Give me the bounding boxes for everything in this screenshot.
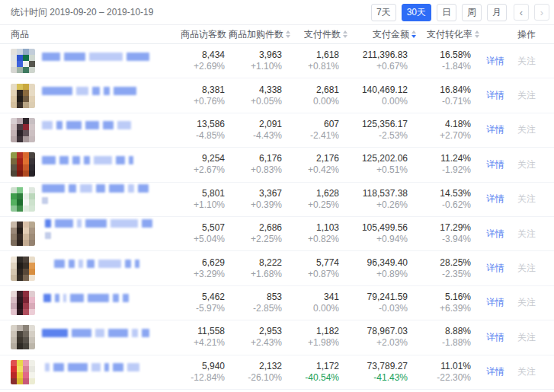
- actions-cell: 详情关注: [471, 365, 554, 378]
- follow-link[interactable]: 关注: [517, 55, 536, 68]
- detail-link[interactable]: 详情: [486, 331, 504, 344]
- range-button-1[interactable]: 30天: [402, 4, 431, 21]
- metric-cart-adds-cell: 3,963+1.10%: [225, 49, 282, 72]
- metric-delta: -0.62%: [408, 199, 471, 211]
- thumbnail-pixel: [11, 90, 17, 96]
- product-cell[interactable]: [0, 49, 171, 73]
- thumbnail-pixel: [17, 309, 23, 315]
- product-cell[interactable]: [0, 257, 171, 281]
- range-button-4[interactable]: 月: [487, 4, 507, 21]
- metric-delta: -2.53%: [339, 130, 408, 142]
- metric-value: 8,222: [225, 257, 282, 269]
- product-cell[interactable]: [0, 221, 171, 246]
- thumbnail-pixel: [23, 221, 29, 228]
- column-header-3[interactable]: 支付件数: [282, 28, 339, 41]
- column-header-2[interactable]: 商品加购件数: [225, 28, 282, 41]
- follow-link[interactable]: 关注: [517, 331, 536, 344]
- detail-link[interactable]: 详情: [486, 365, 504, 378]
- detail-link[interactable]: 详情: [486, 158, 504, 171]
- product-cell[interactable]: [0, 360, 171, 384]
- thumbnail-pixel: [11, 372, 17, 378]
- range-button-0[interactable]: 7天: [371, 4, 396, 21]
- metric-delta: +0.51%: [339, 164, 408, 176]
- product-cell[interactable]: [0, 291, 171, 315]
- name-blur-segment: [42, 53, 60, 61]
- metric-delta: +4.21%: [171, 337, 225, 349]
- product-thumbnail: [11, 221, 35, 246]
- metric-value: 2,681: [282, 84, 339, 96]
- column-header-0: 商品: [0, 28, 171, 41]
- metric-delta: +0.81%: [282, 61, 339, 72]
- follow-link[interactable]: 关注: [517, 365, 536, 378]
- follow-link[interactable]: 关注: [517, 296, 536, 309]
- thumbnail-pixel: [11, 378, 17, 384]
- thumbnail-pixel: [23, 291, 29, 297]
- metric-value: 140,469.12: [339, 84, 408, 96]
- range-button-3[interactable]: 周: [462, 4, 482, 21]
- thumbnail-pixel: [11, 193, 17, 199]
- table-header: 商品商品访客数商品加购件数支付件数支付金额支付转化率操作: [0, 25, 554, 44]
- name-blur-segment: [142, 329, 149, 337]
- range-button-2[interactable]: 日: [437, 4, 456, 21]
- name-blur-segment: [126, 53, 149, 61]
- thumbnail-pixel: [11, 234, 17, 240]
- detail-link[interactable]: 详情: [486, 193, 504, 206]
- detail-link[interactable]: 详情: [486, 228, 504, 241]
- name-blur-segment: [142, 219, 152, 228]
- metric-value: 2,953: [225, 326, 282, 337]
- product-name-redacted: [43, 294, 129, 302]
- follow-link[interactable]: 关注: [517, 228, 536, 241]
- column-header-4[interactable]: 支付金额: [339, 28, 408, 41]
- thumbnail-pixel: [11, 366, 17, 372]
- name-blur-segment: [129, 156, 133, 164]
- name-blur-segment: [85, 219, 107, 228]
- actions-cell: 详情关注: [471, 331, 554, 344]
- thumbnail-pixel: [11, 199, 17, 206]
- thumbnail-pixel: [11, 360, 17, 366]
- thumbnail-pixel: [23, 84, 29, 90]
- thumbnail-pixel: [11, 343, 17, 349]
- thumbnail-pixel: [23, 240, 29, 246]
- product-cell[interactable]: [0, 118, 171, 142]
- product-cell[interactable]: [0, 84, 171, 108]
- column-header-1[interactable]: 商品访客数: [171, 28, 225, 41]
- thumbnail-pixel: [29, 291, 35, 297]
- metric-pay-amount-cell: 78,967.03+2.03%: [339, 326, 408, 349]
- next-page-button[interactable]: ›: [534, 4, 549, 21]
- metric-value: 73,789.27: [339, 361, 408, 372]
- table-row: 9,254+2.67%6,176+0.83%2,176+0.42%125,202…: [0, 148, 554, 182]
- follow-link[interactable]: 关注: [517, 262, 536, 275]
- name-blur-segment: [45, 219, 51, 228]
- column-header-5[interactable]: 支付转化率: [408, 28, 471, 41]
- detail-link[interactable]: 详情: [486, 89, 504, 102]
- thumbnail-pixel: [23, 206, 29, 212]
- follow-link[interactable]: 关注: [517, 123, 536, 136]
- thumbnail-pixel: [17, 90, 23, 96]
- table-row: 8,434+2.69%3,963+1.10%1,618+0.81%211,396…: [0, 44, 554, 78]
- follow-link[interactable]: 关注: [517, 193, 536, 206]
- thumbnail-pixel: [17, 343, 23, 349]
- prev-page-button[interactable]: ‹: [514, 4, 529, 21]
- metric-visitors-cell: 9,254+2.67%: [171, 153, 225, 176]
- product-cell[interactable]: [0, 187, 171, 212]
- thumbnail-pixel: [29, 118, 35, 124]
- thumbnail-pixel: [23, 331, 29, 337]
- name-blur-segment: [42, 121, 53, 129]
- metric-pay-amount-cell: 105,499.56+0.94%: [339, 222, 408, 245]
- detail-link[interactable]: 详情: [486, 262, 504, 275]
- detail-link[interactable]: 详情: [486, 296, 504, 309]
- detail-link[interactable]: 详情: [486, 55, 504, 68]
- detail-link[interactable]: 详情: [486, 123, 504, 136]
- follow-link[interactable]: 关注: [517, 158, 536, 171]
- product-cell[interactable]: [0, 152, 171, 177]
- product-thumbnail: [11, 257, 35, 281]
- name-blur-line: [42, 329, 149, 337]
- name-blur-segment: [125, 260, 131, 268]
- metric-conversion-rate-cell: 11.01%-22.30%: [408, 361, 471, 384]
- thumbnail-pixel: [29, 240, 35, 246]
- product-cell[interactable]: [0, 325, 171, 349]
- follow-link[interactable]: 关注: [517, 89, 536, 102]
- thumbnail-pixel: [17, 275, 23, 281]
- thumbnail-pixel: [29, 366, 35, 372]
- thumbnail-pixel: [11, 164, 17, 171]
